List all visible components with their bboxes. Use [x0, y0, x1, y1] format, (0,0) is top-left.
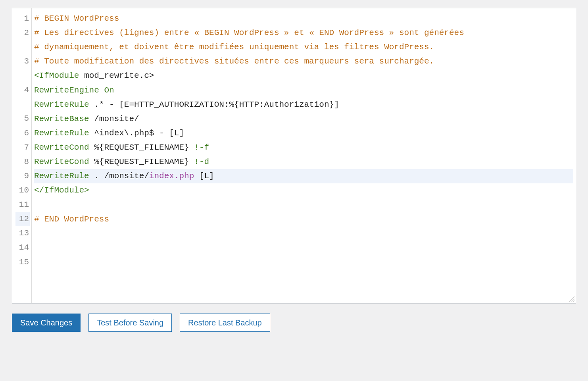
- line-number: 3: [15, 54, 30, 69]
- line-number: 13: [15, 226, 30, 241]
- code-line[interactable]: <IfModule mod_rewrite.c>: [34, 69, 573, 83]
- code-line[interactable]: RewriteBase /monsite/: [34, 112, 573, 126]
- code-content-area[interactable]: # BEGIN WordPress# Les directives (ligne…: [32, 8, 576, 303]
- line-number: 5: [15, 112, 30, 126]
- button-row: Save Changes Test Before Saving Restore …: [12, 314, 576, 332]
- code-line[interactable]: </IfModule>: [34, 183, 573, 198]
- code-line[interactable]: RewriteCond %{REQUEST_FILENAME} !-f: [34, 140, 573, 155]
- code-line[interactable]: RewriteCond %{REQUEST_FILENAME} !-d: [34, 155, 573, 169]
- code-line[interactable]: # Toute modification des directives situ…: [34, 54, 573, 69]
- line-number: 9: [15, 169, 30, 183]
- test-before-saving-button[interactable]: Test Before Saving: [88, 314, 172, 332]
- resize-handle-icon[interactable]: [568, 295, 575, 302]
- save-changes-button[interactable]: Save Changes: [12, 314, 81, 332]
- line-number: 15: [15, 255, 30, 269]
- code-line[interactable]: RewriteRule . /monsite/index.php [L]: [34, 169, 573, 183]
- line-number: 7: [15, 140, 30, 155]
- restore-last-backup-button[interactable]: Restore Last Backup: [180, 314, 270, 332]
- code-line[interactable]: RewriteRule .* - [E=HTTP_AUTHORIZATION:%…: [34, 98, 573, 112]
- line-number: 11: [15, 198, 30, 212]
- line-number: 6: [15, 126, 30, 140]
- code-line[interactable]: RewriteEngine On: [34, 83, 573, 98]
- line-number: 2: [15, 26, 30, 40]
- line-number: 10: [15, 183, 30, 198]
- line-number: 12: [15, 212, 30, 226]
- code-editor[interactable]: 123456789101112131415 # BEGIN WordPress#…: [12, 8, 576, 303]
- line-number: 8: [15, 155, 30, 169]
- line-number: 4: [15, 83, 30, 97]
- line-number: 1: [15, 12, 30, 26]
- code-line[interactable]: [34, 198, 573, 212]
- line-number-gutter: 123456789101112131415: [12, 8, 32, 303]
- htaccess-editor-container: 123456789101112131415 # BEGIN WordPress#…: [12, 8, 576, 304]
- code-line[interactable]: RewriteRule ^index\.php$ - [L]: [34, 126, 573, 140]
- code-line[interactable]: # Les directives (lignes) entre « BEGIN …: [34, 26, 573, 40]
- svg-line-2: [573, 301, 575, 302]
- code-line[interactable]: # END WordPress: [34, 212, 573, 227]
- code-line[interactable]: # dynamiquement, et doivent être modifié…: [34, 40, 573, 54]
- code-line[interactable]: # BEGIN WordPress: [34, 12, 573, 26]
- line-number: 14: [15, 241, 30, 255]
